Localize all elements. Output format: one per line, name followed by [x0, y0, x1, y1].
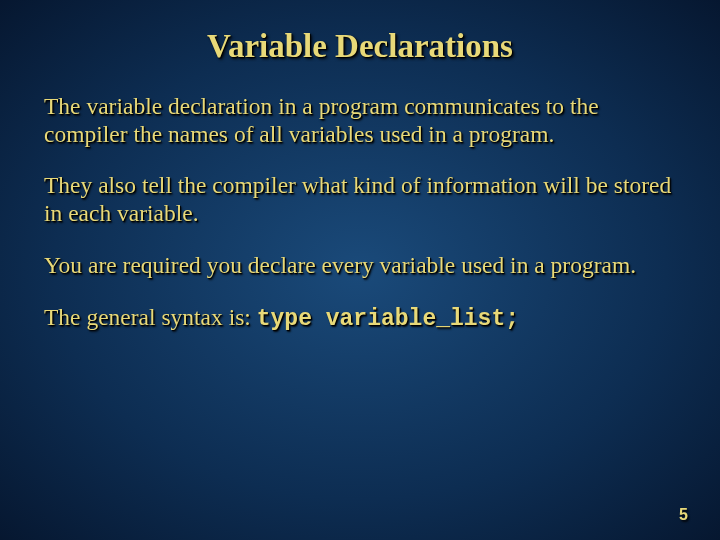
syntax-code: type variable_list; — [257, 306, 519, 332]
page-number: 5 — [679, 506, 688, 524]
syntax-prefix: The general syntax is: — [44, 304, 257, 330]
slide-title: Variable Declarations — [44, 28, 676, 65]
slide: Variable Declarations The variable decla… — [0, 0, 720, 540]
paragraph-1: The variable declaration in a program co… — [44, 93, 676, 148]
syntax-line: The general syntax is: type variable_lis… — [44, 304, 676, 333]
paragraph-2: They also tell the compiler what kind of… — [44, 172, 676, 227]
paragraph-3: You are required you declare every varia… — [44, 252, 676, 280]
